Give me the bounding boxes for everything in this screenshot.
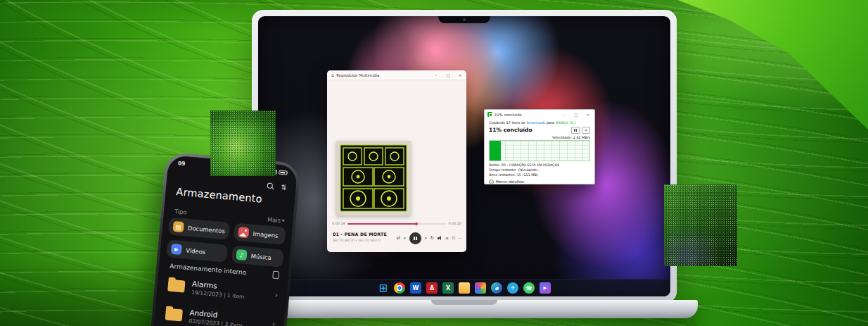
search-icon[interactable] — [267, 183, 274, 190]
speed-label: Velocidade: 2,41 MB/s — [489, 135, 590, 139]
minimize-icon[interactable]: – — [559, 110, 569, 120]
phone-header-actions: ⇅ — [267, 182, 287, 191]
detail-time-remaining: Tempo restante: Calculando... — [489, 168, 590, 173]
pause-copy-button[interactable] — [571, 127, 580, 134]
copy-destination-link[interactable]: NANDO (G:) — [556, 120, 576, 125]
maximize-icon[interactable]: □ — [443, 70, 453, 80]
speaker-stack-art — [336, 141, 411, 215]
progress-fill — [490, 141, 501, 161]
sd-card-icon[interactable] — [272, 271, 279, 280]
detail-items-remaining: Itens restantes: 15 (111 MB) — [489, 173, 590, 177]
progress-headline: 11% concluído — [489, 127, 569, 133]
category-documents[interactable]: ▤ Documentos — [168, 217, 230, 239]
more-icon[interactable]: ⋯ — [459, 237, 463, 241]
word-icon[interactable]: W — [410, 282, 421, 294]
phone: 09 ⇅ Armazenamento Tipo Mais ▾ — [147, 152, 300, 326]
time-total: 0:00:20 — [449, 222, 462, 225]
track-info: 01 - PENA DE MORTE NETTO BRITO • NETTO B… — [333, 232, 387, 242]
taskbar: ⊞ W A X e ✈ ☎ ▶ — [258, 279, 670, 296]
previous-icon[interactable]: « — [403, 236, 406, 241]
acrobat-icon[interactable]: A — [426, 282, 438, 294]
laptop-screen: ⌂ Reprodutor Multimídia – □ × — [258, 16, 670, 296]
whatsapp-icon[interactable]: ☎ — [523, 282, 535, 294]
excel-icon[interactable]: X — [442, 282, 454, 294]
copy-dialog-title: 11% concluído — [494, 113, 557, 117]
category-grid: ▤ Documentos Imagens ▶ Vídeos ♪ Música — [166, 217, 286, 267]
category-videos[interactable]: ▶ Vídeos — [166, 239, 228, 262]
folder-list: Alarms 19/12/2023 | 1 item › Android 02/… — [154, 270, 288, 326]
chevron-right-icon: › — [274, 290, 279, 299]
chrome-icon[interactable] — [394, 282, 405, 294]
file-explorer-icon[interactable] — [459, 282, 470, 294]
close-icon[interactable]: × — [455, 70, 465, 80]
status-time: 09 — [178, 160, 186, 167]
cancel-copy-button[interactable]: × — [582, 127, 590, 134]
laptop: ⌂ Reprodutor Multimídia – □ × — [252, 10, 677, 303]
mini-player-icon[interactable]: ⊡ — [452, 237, 455, 241]
image-icon — [238, 227, 249, 238]
seek-bar[interactable] — [347, 223, 447, 225]
copy-progress-dialog: 11% concluído – □ × Copiando 17 itens de… — [484, 109, 595, 184]
volume-icon[interactable] — [438, 236, 442, 241]
photos-icon[interactable] — [475, 282, 486, 294]
media-player-title: Reprodutor Multimídia — [336, 73, 429, 77]
battery-icon — [279, 170, 287, 175]
repeat-icon[interactable]: ↻ — [430, 236, 434, 241]
category-music[interactable]: ♪ Música — [231, 245, 284, 267]
type-section-label: Tipo — [174, 208, 187, 215]
media-player-window: ⌂ Reprodutor Multimídia – □ × — [327, 70, 466, 252]
category-images[interactable]: Imagens — [234, 223, 286, 245]
playback-controls: ⇄ « » ↻ ≡ ⊡ ⋯ — [396, 232, 462, 244]
more-button[interactable]: Mais ▾ — [267, 216, 285, 225]
folder-icon — [165, 308, 183, 321]
track-title: 01 - PENA DE MORTE — [333, 232, 387, 237]
media-player-icon[interactable]: ▶ — [540, 282, 551, 294]
pause-button[interactable] — [409, 232, 421, 244]
folder-icon — [167, 280, 185, 293]
video-icon: ▶ — [171, 244, 182, 255]
copy-source-link[interactable]: Downloads — [527, 120, 546, 125]
webcam-icon — [463, 18, 466, 21]
track-artist: NETTO BRITO • NETTO BRITO — [333, 239, 387, 242]
texture-square-right — [664, 184, 737, 266]
webcam-notch — [438, 16, 490, 23]
minimize-icon[interactable]: – — [431, 70, 441, 80]
phone-screen: 09 ⇅ Armazenamento Tipo Mais ▾ — [151, 155, 298, 326]
texture-square-left — [210, 111, 276, 176]
maximize-icon[interactable]: □ — [571, 110, 581, 120]
page-title: Armazenamento — [176, 186, 263, 205]
next-icon[interactable]: » — [424, 236, 427, 241]
close-icon[interactable]: × — [583, 110, 593, 120]
home-icon[interactable]: ⌂ — [331, 73, 334, 78]
fewer-details-button[interactable]: ∧ Menos detalhes — [489, 180, 590, 184]
time-elapsed: 0:00:14 — [332, 222, 345, 225]
chevron-right-icon: › — [272, 319, 276, 326]
chevron-down-icon: ▾ — [282, 218, 285, 223]
start-icon[interactable]: ⊞ — [378, 282, 389, 294]
seek-knob[interactable] — [415, 222, 418, 225]
promo-stage: ⌂ Reprodutor Multimídia – □ × — [0, 0, 868, 326]
copy-dialog-titlebar[interactable]: 11% concluído – □ × — [485, 110, 594, 119]
queue-icon[interactable]: ≡ — [445, 237, 449, 241]
album-art — [336, 141, 411, 215]
telegram-icon[interactable]: ✈ — [507, 282, 518, 294]
laptop-base — [231, 300, 698, 318]
seek-row: 0:00:14 0:00:20 — [332, 222, 461, 225]
music-icon: ♪ — [236, 249, 247, 261]
document-icon: ▤ — [173, 221, 184, 232]
detail-name: Nome: 03 - CORAÇÃO ESTÁ EM PEDAÇOS — [489, 163, 590, 168]
edge-icon[interactable]: e — [491, 282, 502, 294]
chevron-up-icon: ∧ — [489, 180, 494, 184]
sort-icon[interactable]: ⇅ — [281, 184, 287, 191]
shuffle-icon[interactable]: ⇄ — [396, 236, 400, 241]
media-player-titlebar[interactable]: ⌂ Reprodutor Multimídia – □ × — [327, 70, 466, 80]
copy-details: Nome: 03 - CORAÇÃO ESTÁ EM PEDAÇOS Tempo… — [489, 163, 590, 177]
copy-icon — [487, 112, 492, 117]
seek-fill — [347, 223, 417, 225]
transfer-speed-graph — [489, 140, 590, 161]
copy-description: Copiando 17 itens de Downloads para NAND… — [489, 120, 590, 125]
